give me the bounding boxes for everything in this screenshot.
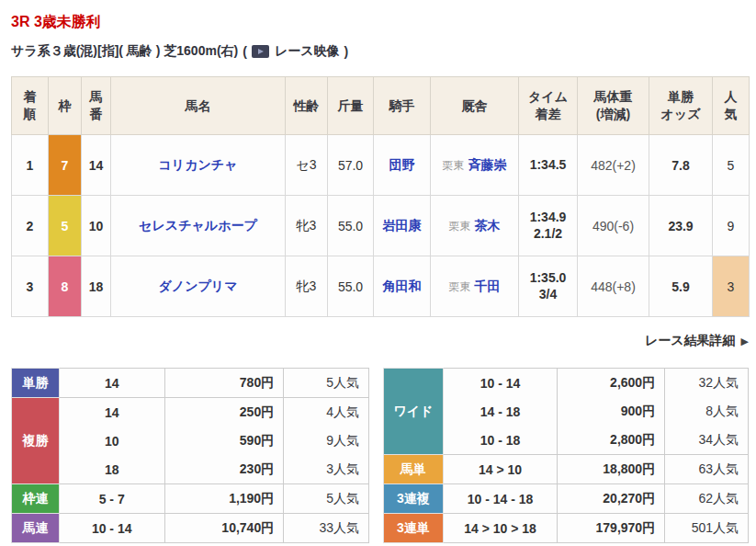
payout-row-fukusho: 18 230円 3人気 <box>12 455 369 484</box>
frame-number-cell: 8 <box>49 256 82 317</box>
col-sex-age: 性齢 <box>286 77 328 135</box>
payout-cell: 2,800円 <box>558 426 665 455</box>
payout-table-left: 単勝 14 780円 5人気 複勝 14 250円 4人気 10 590円 9人… <box>11 368 369 543</box>
popularity-cell: 34人気 <box>665 426 749 455</box>
combo-cell: 5 - 7 <box>59 484 164 514</box>
jockey-link[interactable]: 岩田康 <box>383 218 422 233</box>
col-frame: 枠 <box>49 77 82 135</box>
jockey-link[interactable]: 角田和 <box>383 279 422 293</box>
payout-cell: 900円 <box>558 397 665 426</box>
payout-row-wakuren: 枠連 5 - 7 1,190円 5人気 <box>12 484 369 514</box>
odds-cell: 7.8 <box>649 135 713 196</box>
payout-row-fukusho: 10 590円 9人気 <box>12 427 369 455</box>
payout-cell: 18,800円 <box>558 455 665 484</box>
payout-cell: 2,600円 <box>558 369 665 398</box>
popularity-cell: 9 <box>713 196 750 256</box>
bet-type-label: 馬単 <box>384 455 444 484</box>
col-odds: 単勝 オッズ <box>649 77 713 135</box>
race-title: 3R 3歳未勝利 <box>11 13 747 32</box>
race-results-table: 着 順 枠 馬 番 馬名 性齢 斤量 騎手 厩舎 タイム 着差 馬体重 (増減)… <box>11 76 750 317</box>
popularity-cell: 33人気 <box>284 514 369 543</box>
result-row-2: 2 5 10 セレスチャルホープ 牝3 55.0 岩田康 栗東茶木 1:34.9… <box>12 196 750 256</box>
col-popularity: 人 気 <box>713 77 750 135</box>
popularity-cell: 9人気 <box>284 427 369 455</box>
time-margin-cell: 1:34.9 2.1/2 <box>519 196 578 256</box>
combo-cell: 14 > 10 <box>443 455 558 484</box>
col-horse-number: 馬 番 <box>82 77 111 135</box>
odds-cell: 5.9 <box>649 256 713 317</box>
trainer-link[interactable]: 茶木 <box>475 218 501 233</box>
combo-cell: 10 <box>59 427 164 455</box>
combo-cell: 14 - 18 <box>443 397 558 426</box>
combo-cell: 18 <box>59 455 164 484</box>
col-horse-weight: 馬体重 (増減) <box>578 77 649 135</box>
payout-row-wide: ワイド 10 - 14 2,600円 32人気 <box>384 369 749 398</box>
time-margin-cell: 1:34.5 <box>519 135 578 196</box>
horse-weight-cell: 448(+8) <box>578 256 649 317</box>
race-result-page: 3R 3歳未勝利 サラ系３歳(混)[指]( 馬齢 ) 芝1600m(右) ( レ… <box>0 0 756 543</box>
sex-age-cell: セ3 <box>286 135 328 196</box>
horse-name-link[interactable]: ダノンプリマ <box>159 279 238 293</box>
combo-cell: 10 - 14 - 18 <box>443 484 558 514</box>
payout-cell: 20,270円 <box>558 484 665 514</box>
popularity-cell: 5人気 <box>284 484 369 514</box>
finish-position-cell: 2 <box>12 196 49 256</box>
bet-type-label: 馬連 <box>12 514 60 543</box>
paren-close: ) <box>344 44 349 59</box>
popularity-cell: 3人気 <box>284 455 369 484</box>
horse-name-link[interactable]: コリカンチャ <box>159 157 238 172</box>
payout-table-right: ワイド 10 - 14 2,600円 32人気 14 - 18 900円 8人気… <box>383 368 749 543</box>
race-video-link[interactable]: レース映像 <box>252 43 340 60</box>
trainer-link[interactable]: 斉藤崇 <box>468 157 507 172</box>
race-result-detail-link[interactable]: レース結果詳細▶ <box>645 333 749 347</box>
bet-type-label: 3連単 <box>384 514 444 543</box>
time-margin-cell: 1:35.0 3/4 <box>519 256 578 317</box>
payout-row-umatan: 馬単 14 > 10 18,800円 63人気 <box>384 455 749 484</box>
payout-cell: 780円 <box>164 369 284 398</box>
race-conditions-text: サラ系３歳(混)[指]( 馬齢 ) 芝1600m(右) <box>11 43 238 60</box>
bet-type-label: 単勝 <box>12 369 60 398</box>
payout-row-tansho: 単勝 14 780円 5人気 <box>12 369 369 398</box>
popularity-cell: 4人気 <box>284 398 369 427</box>
weight-carried-cell: 55.0 <box>328 256 374 317</box>
results-header-row: 着 順 枠 馬 番 馬名 性齢 斤量 騎手 厩舎 タイム 着差 馬体重 (増減)… <box>12 77 750 135</box>
race-result-detail-label: レース結果詳細 <box>645 333 736 347</box>
odds-cell: 23.9 <box>649 196 713 256</box>
payout-cell: 1,190円 <box>164 484 284 514</box>
result-row-1: 1 7 14 コリカンチャ セ3 57.0 団野 栗東斉藤崇 1:34.5 48… <box>12 135 750 196</box>
payout-row-umaren: 馬連 10 - 14 10,740円 33人気 <box>12 514 369 543</box>
finish-position-cell: 3 <box>12 256 49 317</box>
payout-cell: 590円 <box>164 427 284 455</box>
col-finish: 着 順 <box>12 77 49 135</box>
stable-region-label: 栗東 <box>449 220 471 233</box>
stable-region-label: 栗東 <box>449 280 471 293</box>
payout-row-sanrenpuku: 3連複 10 - 14 - 18 20,270円 62人気 <box>384 484 749 514</box>
frame-number-cell: 7 <box>49 135 82 196</box>
payout-cell: 230円 <box>164 455 284 484</box>
horse-name-link[interactable]: セレスチャルホープ <box>139 218 257 233</box>
bet-type-label: ワイド <box>384 369 444 455</box>
sex-age-cell: 牝3 <box>286 196 328 256</box>
payout-cell: 179,970円 <box>558 514 665 543</box>
popularity-cell: 8人気 <box>665 397 749 426</box>
payout-row-fukusho: 複勝 14 250円 4人気 <box>12 398 369 427</box>
horse-weight-cell: 490(-6) <box>578 196 649 256</box>
popularity-cell: 3 <box>713 256 750 317</box>
popularity-cell: 63人気 <box>665 455 749 484</box>
col-jockey: 騎手 <box>374 77 431 135</box>
combo-cell: 14 > 10 > 18 <box>443 514 558 543</box>
finish-position-cell: 1 <box>12 135 49 196</box>
payout-row-sanrentan: 3連単 14 > 10 > 18 179,970円 501人気 <box>384 514 749 543</box>
payout-section: 単勝 14 780円 5人気 複勝 14 250円 4人気 10 590円 9人… <box>11 368 749 543</box>
jockey-link[interactable]: 団野 <box>389 157 415 172</box>
trainer-link[interactable]: 千田 <box>475 279 501 293</box>
combo-cell: 14 <box>59 398 164 427</box>
sex-age-cell: 牝3 <box>286 256 328 317</box>
horse-number-cell: 18 <box>82 256 111 317</box>
popularity-cell: 501人気 <box>665 514 749 543</box>
detail-link-row: レース結果詳細▶ <box>11 332 749 349</box>
stable-region-label: 栗東 <box>443 159 465 172</box>
payout-cell: 250円 <box>164 398 284 427</box>
popularity-cell: 62人気 <box>665 484 749 514</box>
horse-weight-cell: 482(+2) <box>578 135 649 196</box>
